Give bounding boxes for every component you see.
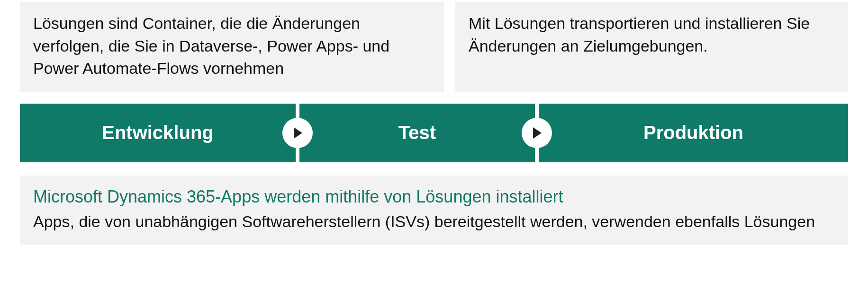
info-box-row: Lösungen sind Container, die die Änderun… (20, 2, 848, 92)
stage-label: Test (398, 122, 436, 143)
bottom-info-box: Microsoft Dynamics 365-Apps werden mithi… (20, 176, 848, 245)
bottom-headline: Microsoft Dynamics 365-Apps werden mithi… (33, 186, 835, 208)
arrow-right-icon (522, 118, 552, 148)
svg-marker-1 (533, 127, 542, 139)
info-box-transport: Mit Lösungen transportieren und installi… (455, 2, 848, 92)
stage-test: Test (299, 104, 535, 162)
svg-marker-0 (294, 127, 302, 139)
stage-flow: Entwicklung Test Produktion (20, 104, 848, 162)
info-text-left: Lösungen sind Container, die die Änderun… (33, 12, 431, 80)
arrow-right-icon (282, 118, 313, 148)
stage-development: Entwicklung (20, 104, 296, 162)
bottom-subline: Apps, die von unabhängigen Softwareherst… (33, 211, 835, 233)
info-text-right: Mit Lösungen transportieren und installi… (469, 12, 835, 57)
stage-production: Produktion (539, 104, 848, 162)
info-box-solutions-container: Lösungen sind Container, die die Änderun… (20, 2, 444, 92)
stage-label: Produktion (643, 122, 743, 143)
stage-label: Entwicklung (102, 122, 214, 143)
